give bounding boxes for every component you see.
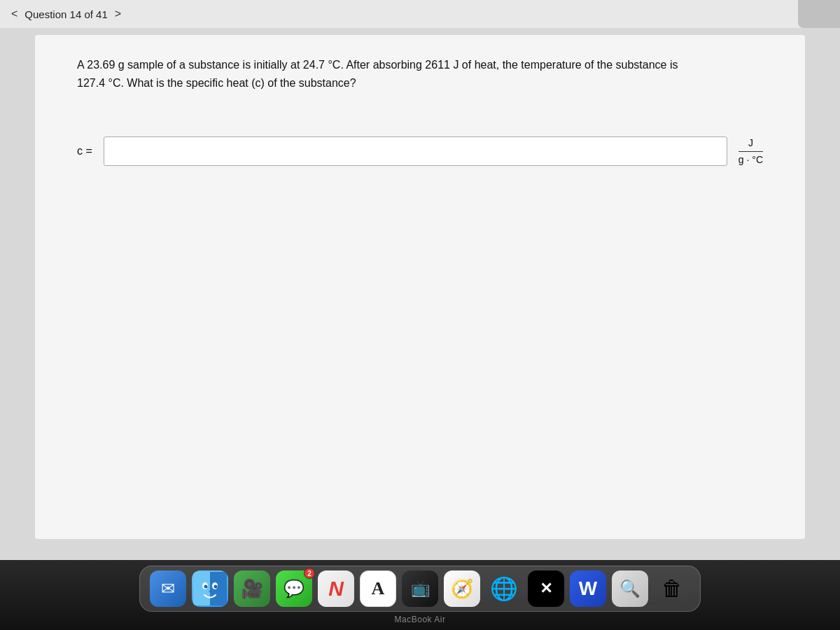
question-line1: A 23.69 g sample of a substance is initi…	[77, 59, 678, 71]
svg-point-8	[209, 591, 211, 593]
top-nav-bar: < Question 14 of 41 >	[0, 0, 840, 28]
unit-label: J g · °C	[738, 136, 763, 165]
dock-item-word[interactable]	[570, 570, 606, 607]
dock-item-compass[interactable]	[444, 570, 480, 607]
c-label: c =	[77, 145, 92, 158]
macbook-label: MacBook Air	[395, 615, 446, 624]
dock-item-messages[interactable]: 2	[276, 570, 312, 607]
dock-item-fontbook[interactable]: A	[360, 570, 396, 607]
messages-badge: 2	[304, 568, 315, 579]
question-counter: Question 14 of 41	[24, 8, 107, 20]
top-right-corner	[798, 0, 840, 28]
answer-input[interactable]	[104, 136, 727, 166]
unit-denominator: g · °C	[738, 153, 763, 166]
svg-point-6	[204, 585, 208, 589]
next-arrow[interactable]: >	[115, 8, 121, 20]
answer-area: c = J g · °C	[77, 136, 763, 166]
fontbook-label: A	[372, 578, 385, 599]
dock-item-spotlight[interactable]	[612, 570, 648, 607]
svg-rect-3	[210, 572, 227, 606]
dock-item-facetime[interactable]	[234, 570, 270, 607]
unit-numerator: J	[738, 136, 763, 149]
svg-point-7	[214, 585, 218, 589]
prev-arrow[interactable]: <	[11, 8, 18, 20]
question-card: A 23.69 g sample of a substance is initi…	[35, 35, 805, 539]
dock-item-chrome[interactable]	[486, 570, 522, 607]
dock-item-mail[interactable]	[150, 570, 186, 607]
dock: 2 A	[139, 566, 701, 612]
question-line2: 127.4 °C. What is the specific heat (c) …	[77, 77, 356, 89]
dock-item-x[interactable]	[528, 570, 564, 607]
dock-item-finder[interactable]	[192, 570, 228, 607]
svg-rect-2	[193, 572, 210, 606]
dock-item-news[interactable]	[318, 570, 354, 607]
unit-divider	[738, 151, 763, 152]
dock-item-trash[interactable]	[654, 570, 690, 607]
main-content: < Question 14 of 41 > A 23.69 g sample o…	[0, 0, 840, 574]
dock-item-appletv[interactable]	[402, 570, 438, 607]
dock-container: 2 A MacBook Air	[0, 560, 840, 630]
question-text: A 23.69 g sample of a substance is initi…	[77, 56, 763, 92]
